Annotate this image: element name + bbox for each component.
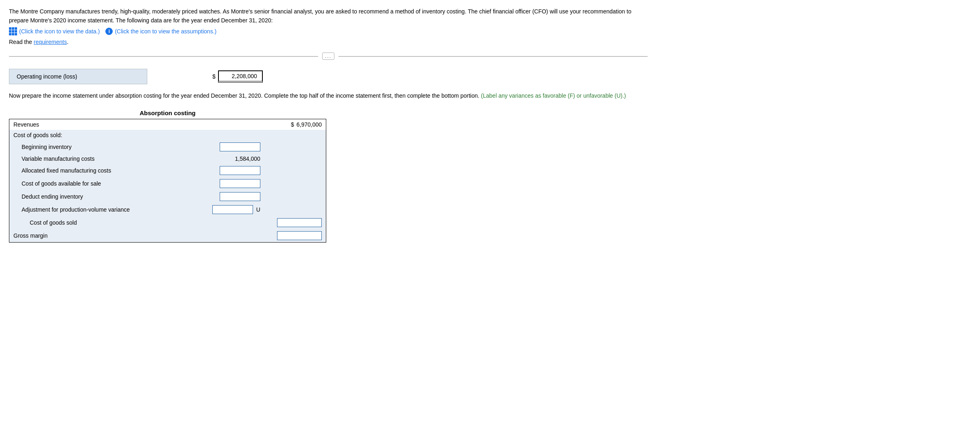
variable-mfg-label: Variable manufacturing costs (9, 153, 208, 164)
cogs-available-input-cell (207, 177, 264, 190)
gross-margin-input[interactable] (277, 231, 322, 240)
divider-line-right (338, 56, 648, 57)
adj-prod-vol-input[interactable] (212, 205, 253, 214)
revenues-amount: 6,970,000 (297, 121, 322, 128)
revenues-value: $ 6,970,000 (264, 119, 326, 130)
table-row-cogs-available: Cost of goods available for sale (9, 177, 326, 190)
revenues-dollar: $ (291, 121, 294, 128)
table-row-adj-prod-vol: Adjustment for production-volume varianc… (9, 203, 326, 216)
data-link-label: (Click the icon to view the data.) (19, 28, 100, 35)
adj-prod-vol-label: Adjustment for production-volume varianc… (9, 203, 208, 216)
table-row-beginning-inventory: Beginning inventory (9, 140, 326, 153)
table-row-alloc-fixed-mfg: Allocated fixed manufacturing costs (9, 164, 326, 177)
table-row-cogs-sold: Cost of goods sold (9, 216, 326, 229)
icon-links-row: (Click the icon to view the data.) i (Cl… (9, 27, 971, 35)
operating-income-row: Operating income (loss) $ 2,208,000 (9, 69, 286, 84)
read-requirements-row: Read the requirements. (9, 39, 971, 45)
assumptions-link-label: (Click the icon to view the assumptions.… (115, 28, 216, 35)
table-row-deduct-ending-inv: Deduct ending inventory (9, 190, 326, 203)
oi-dollar-sign: $ (212, 73, 216, 80)
grid-icon (9, 27, 17, 35)
info-icon: i (105, 28, 113, 35)
operating-income-label: Operating income (loss) (9, 69, 147, 84)
deduct-ending-inv-label: Deduct ending inventory (9, 190, 208, 203)
requirements-link[interactable]: requirements (34, 39, 67, 45)
deduct-ending-inv-col2 (264, 190, 326, 203)
table-row-revenues: Revenues $ 6,970,000 (9, 119, 326, 130)
alloc-fixed-mfg-input-cell (207, 164, 264, 177)
revenues-col1-spacer (207, 119, 264, 130)
adj-prod-vol-u-label: U (256, 206, 260, 213)
beginning-inventory-input[interactable] (220, 142, 260, 151)
revenues-label: Revenues (9, 119, 208, 130)
variable-mfg-value-cell: 1,584,000 (207, 153, 264, 164)
gross-margin-label: Gross margin (9, 229, 208, 243)
table-row-gross-margin: Gross margin (9, 229, 326, 243)
divider-dots: ... (322, 53, 334, 60)
instruction-green-note: (Label any variances as favorable (F) or… (481, 92, 626, 99)
alloc-fixed-mfg-col2 (264, 164, 326, 177)
table-row-variable-mfg: Variable manufacturing costs 1,584,000 (9, 153, 326, 164)
intro-paragraph: The Montre Company manufactures trendy, … (9, 7, 644, 25)
alloc-fixed-mfg-input[interactable] (220, 166, 260, 175)
adj-prod-vol-col2 (264, 203, 326, 216)
cogs-sold-input-cell (264, 216, 326, 229)
gross-margin-col1 (207, 229, 264, 243)
divider-line-left (9, 56, 318, 57)
deduct-ending-inv-input-cell (207, 190, 264, 203)
cogs-sold-col1 (207, 216, 264, 229)
instruction-main: Now prepare the income statement under a… (9, 92, 479, 99)
data-icon-link[interactable]: (Click the icon to view the data.) (9, 27, 100, 35)
cogs-header-col1 (207, 130, 264, 140)
cogs-sold-label: Cost of goods sold (9, 216, 208, 229)
gross-margin-input-cell (264, 229, 326, 243)
assumptions-icon-link[interactable]: i (Click the icon to view the assumption… (105, 28, 216, 35)
deduct-ending-inv-input[interactable] (220, 192, 260, 201)
cogs-header-col2 (264, 130, 326, 140)
cogs-available-col2 (264, 177, 326, 190)
read-req-prefix: Read the (9, 39, 34, 45)
cogs-header-label: Cost of goods sold: (9, 130, 208, 140)
beginning-inventory-label: Beginning inventory (9, 140, 208, 153)
cogs-available-input[interactable] (220, 179, 260, 188)
operating-income-value-box: $ 2,208,000 (212, 70, 263, 83)
divider: ... (9, 53, 648, 60)
absorption-section: Absorption costing Revenues $ 6,970,000 … (9, 109, 326, 243)
operating-income-value: 2,208,000 (218, 70, 263, 83)
table-row-cogs-header: Cost of goods sold: (9, 130, 326, 140)
read-req-suffix: . (67, 39, 68, 45)
variable-mfg-value: 1,584,000 (235, 155, 260, 162)
absorption-title: Absorption costing (9, 109, 326, 116)
alloc-fixed-mfg-label: Allocated fixed manufacturing costs (9, 164, 208, 177)
variable-mfg-col2 (264, 153, 326, 164)
beginning-inventory-col2 (264, 140, 326, 153)
beginning-inventory-input-cell (207, 140, 264, 153)
instruction-text: Now prepare the income statement under a… (9, 92, 635, 101)
cogs-available-label: Cost of goods available for sale (9, 177, 208, 190)
adj-prod-vol-input-cell: U (207, 203, 264, 216)
absorption-table: Revenues $ 6,970,000 Cost of goods sold:… (9, 119, 326, 243)
cogs-sold-input[interactable] (277, 218, 322, 227)
